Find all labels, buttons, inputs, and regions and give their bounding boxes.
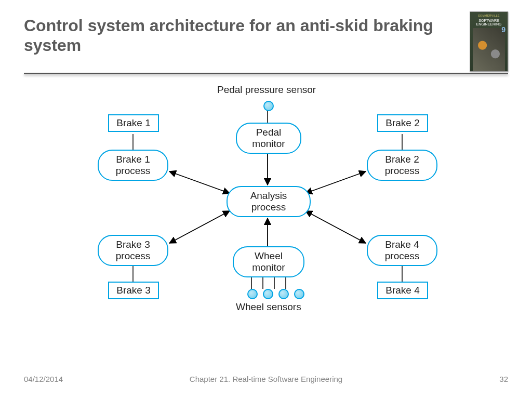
brake3-box: Brake 3 bbox=[108, 282, 159, 299]
brake2-box: Brake 2 bbox=[377, 114, 428, 132]
book-title: SOFTWARE ENGINEERING bbox=[470, 19, 508, 26]
diagram: Pedal pressure sensor Brake 1 Brake 2 Br… bbox=[31, 82, 499, 352]
svg-line-12 bbox=[305, 171, 366, 193]
book-cover-icon: SOMMERVILLE SOFTWARE ENGINEERING 9 bbox=[470, 11, 508, 72]
pedal-pressure-label: Pedal pressure sensor bbox=[217, 84, 316, 96]
slide: Control system architecture for an anti-… bbox=[0, 0, 532, 399]
pedal-monitor: Pedalmonitor bbox=[236, 123, 301, 154]
wheel-monitor: Wheelmonitor bbox=[233, 246, 304, 277]
brake3-process: Brake 3process bbox=[98, 235, 168, 266]
wheel-sensors-label: Wheel sensors bbox=[236, 301, 301, 313]
svg-line-14 bbox=[305, 211, 366, 243]
svg-line-11 bbox=[169, 171, 230, 193]
brake1-box: Brake 1 bbox=[108, 114, 159, 132]
pedal-sensor-dot-icon bbox=[263, 101, 274, 113]
title-area: Control system architecture for an anti-… bbox=[24, 16, 445, 56]
brake4-box: Brake 4 bbox=[377, 282, 428, 299]
header-divider bbox=[24, 73, 508, 74]
book-edition: 9 bbox=[501, 25, 506, 34]
footer-chapter: Chapter 21. Real-time Software Engineeri… bbox=[0, 375, 532, 383]
book-author: SOMMERVILLE bbox=[478, 14, 500, 17]
analysis-process: Analysisprocess bbox=[227, 186, 311, 217]
brake4-process: Brake 4process bbox=[367, 235, 437, 266]
brake2-process: Brake 2process bbox=[367, 150, 437, 181]
wheel-sensor-dots-icon bbox=[247, 289, 304, 299]
svg-line-13 bbox=[169, 211, 230, 243]
page-title: Control system architecture for an anti-… bbox=[24, 16, 445, 56]
brake1-process: Brake 1process bbox=[98, 150, 168, 181]
book-art-icon bbox=[473, 28, 505, 71]
footer-page: 32 bbox=[499, 375, 508, 383]
